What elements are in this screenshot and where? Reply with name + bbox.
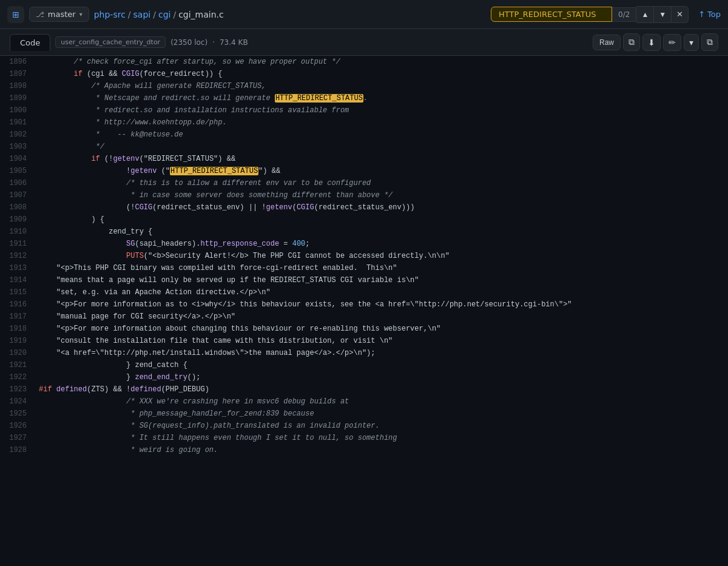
comment: */: [39, 143, 104, 151]
function: defined: [130, 385, 161, 394]
line-code: !getenv ("HTTP_REDIRECT_STATUS") &&: [36, 165, 728, 177]
comment: * redirect.so and installation instructi…: [39, 106, 349, 115]
branch-selector[interactable]: ⎇ master ▾: [29, 7, 89, 22]
table-row: 1927 * It still happens even though I se…: [0, 432, 728, 444]
repo-icon: ⊞: [7, 6, 24, 23]
line-number: 1922: [0, 371, 36, 383]
comment: * http://www.koehntopp.de/php.: [39, 118, 227, 127]
line-code: * SG(request_info).path_translated is an…: [36, 420, 728, 432]
line-number: 1900: [0, 104, 36, 116]
breadcrumb-sapi[interactable]: sapi: [133, 10, 151, 19]
line-code: "<p>For more information as to <i>why</i…: [36, 298, 728, 311]
line-code: /* XXX we're crashing here in msvc6 debu…: [36, 396, 728, 408]
line-code: * in case some server does something dif…: [36, 189, 728, 201]
table-row: 1908 (!CGIG(redirect_status_env) || !get…: [0, 201, 728, 214]
function: getenv: [113, 155, 139, 163]
line-number: 1928: [0, 444, 36, 456]
function: CGIG: [135, 203, 152, 212]
function: CGIG: [297, 203, 314, 212]
comment: * php_message_handler_for_zend:839 becau…: [39, 409, 314, 418]
download-button[interactable]: ⬇: [642, 34, 661, 51]
line-number: 1919: [0, 335, 36, 347]
search-highlight-bar: HTTP_REDIRECT_STATUS 0/2 ▲ ▼ ✕: [491, 6, 689, 23]
line-number: 1899: [0, 92, 36, 104]
table-row: 1901 * http://www.koehntopp.de/php.: [0, 116, 728, 129]
line-number: 1926: [0, 420, 36, 432]
comment: /* check force_cgi after startup, so we …: [39, 58, 340, 66]
line-code: if (cgi && CGIG(force_redirect)) {: [36, 68, 728, 80]
breadcrumb-file: cgi_main.c: [178, 10, 224, 19]
code-area: 1896 /* check force_cgi after startup, s…: [0, 56, 728, 566]
table-row: 1921 } zend_catch {: [0, 359, 728, 371]
line-code: #if defined(ZTS) && !defined(PHP_DEBUG): [36, 383, 728, 396]
line-code: * Netscape and redirect.so will generate…: [36, 92, 728, 104]
line-code: "means that a page will only be served u…: [36, 274, 728, 286]
line-number: 1898: [0, 80, 36, 92]
edit-button[interactable]: ✏: [663, 34, 681, 51]
function: getenv: [130, 167, 157, 175]
line-code: */: [36, 141, 728, 153]
line-code: (!CGIG(redirect_status_env) || !getenv(C…: [36, 201, 728, 214]
table-row: 1910 zend_try {: [0, 226, 728, 238]
search-highlight: HTTP_REDIRECT_STATUS: [275, 94, 363, 103]
table-row: 1916 "<p>For more information as to <i>w…: [0, 298, 728, 311]
table-row: 1905 !getenv ("HTTP_REDIRECT_STATUS") &&: [0, 165, 728, 177]
table-row: 1914 "means that a page will only be ser…: [0, 274, 728, 286]
top-link[interactable]: ↑ Top: [698, 10, 721, 19]
function: CGIG: [122, 70, 140, 78]
search-next-button[interactable]: ▼: [654, 6, 672, 23]
line-number: 1897: [0, 68, 36, 80]
table-row: 1906 /* this is to allow a different env…: [0, 177, 728, 189]
comment: /* this is to allow a different env var …: [39, 179, 371, 187]
line-code: /* this is to allow a different env var …: [36, 177, 728, 189]
table-row: 1913 "<p>This PHP CGI binary was compile…: [0, 262, 728, 274]
line-code: } zend_end_try();: [36, 371, 728, 383]
comment: * weird is going on.: [39, 446, 218, 454]
line-number: 1924: [0, 396, 36, 408]
line-number: 1921: [0, 359, 36, 371]
line-code: /* Apache will generate REDIRECT_STATUS,: [36, 80, 728, 92]
line-number: 1896: [0, 56, 36, 68]
breadcrumb-php-src[interactable]: php-src: [94, 10, 126, 19]
table-row: 1928 * weird is going on.: [0, 444, 728, 456]
line-code: SG(sapi_headers).http_response_code = 40…: [36, 238, 728, 250]
line-number: 1912: [0, 250, 36, 262]
table-row: 1911 SG(sapi_headers).http_response_code…: [0, 238, 728, 250]
table-row: 1897 if (cgi && CGIG(force_redirect)) {: [0, 68, 728, 80]
table-row: 1912 PUTS("<b>Security Alert!</b> The PH…: [0, 250, 728, 262]
line-number: 1911: [0, 238, 36, 250]
line-number: 1903: [0, 141, 36, 153]
comment: /* Apache will generate REDIRECT_STATUS,: [39, 82, 266, 90]
file-function-tooltip: user_config_cache_entry_dtor: [55, 36, 166, 48]
line-number: 1914: [0, 274, 36, 286]
line-code: if (!getenv("REDIRECT_STATUS") &&: [36, 153, 728, 165]
number: 400: [292, 240, 306, 248]
line-number: 1910: [0, 226, 36, 238]
branch-label: master: [48, 10, 76, 19]
line-code: /* check force_cgi after startup, so we …: [36, 56, 728, 68]
search-close-button[interactable]: ✕: [672, 6, 689, 23]
line-code: * weird is going on.: [36, 444, 728, 456]
file-info: user_config_cache_entry_dtor (2350 loc) …: [55, 36, 248, 48]
line-code: "<p>For more information about changing …: [36, 323, 728, 335]
comment: .: [363, 94, 368, 103]
copy-button[interactable]: ⧉: [623, 33, 640, 51]
raw-button[interactable]: Raw: [593, 35, 621, 50]
search-prev-button[interactable]: ▲: [636, 6, 654, 23]
search-highlight: HTTP_REDIRECT_STATUS: [170, 167, 258, 175]
line-number: 1925: [0, 408, 36, 420]
breadcrumb: php-src / sapi / cgi / cgi_main.c: [94, 10, 224, 19]
code-tab[interactable]: Code: [10, 34, 50, 51]
line-code: * redirect.so and installation instructi…: [36, 104, 728, 116]
function: http_response_code: [200, 240, 279, 248]
line-code: * http://www.koehntopp.de/php.: [36, 116, 728, 129]
breadcrumb-sep1: /: [128, 10, 131, 19]
line-number: 1927: [0, 432, 36, 444]
code-table: 1896 /* check force_cgi after startup, s…: [0, 56, 728, 456]
comment: * Netscape and redirect.so will generate: [39, 94, 275, 103]
symbols-button[interactable]: ⧉: [701, 33, 718, 51]
table-row: 1900 * redirect.so and installation inst…: [0, 104, 728, 116]
line-number: 1923: [0, 383, 36, 396]
breadcrumb-cgi[interactable]: cgi: [158, 10, 170, 19]
more-button[interactable]: ▾: [684, 34, 699, 51]
